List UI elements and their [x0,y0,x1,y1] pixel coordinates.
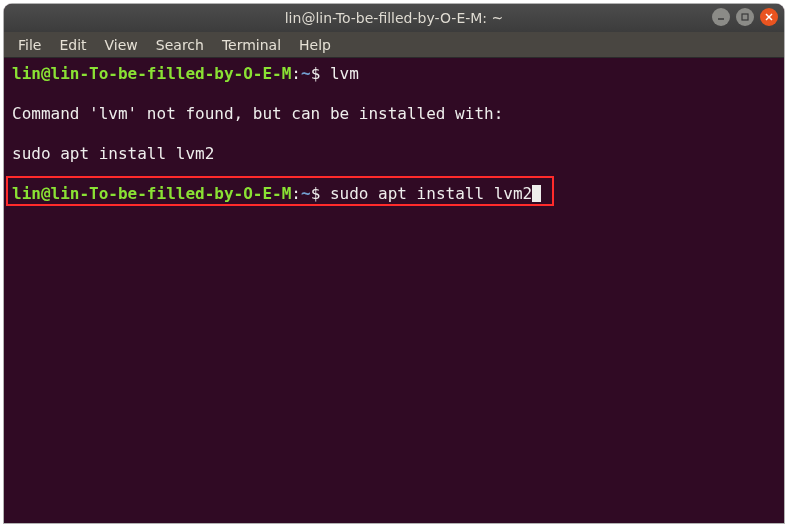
menu-help[interactable]: Help [291,35,339,55]
terminal-line-1: lin@lin-To-be-filled-by-O-E-M:~$ lvm [12,64,776,84]
close-button[interactable] [760,8,778,26]
cursor-block [532,185,541,202]
menu-file[interactable]: File [10,35,49,55]
terminal-window: lin@lin-To-be-filled-by-O-E-M: ~ File Ed… [4,4,784,523]
window-controls [712,8,778,26]
maximize-icon [740,12,750,22]
prompt-colon: : [291,184,301,203]
terminal-output-2: sudo apt install lvm2 [12,144,776,164]
command-text: sudo apt install lvm2 [320,184,532,203]
terminal-output-1: Command 'lvm' not found, but can be inst… [12,104,776,124]
minimize-icon [716,12,726,22]
terminal-blank-3 [12,164,776,184]
menubar: File Edit View Search Terminal Help [4,32,784,58]
menu-search[interactable]: Search [148,35,212,55]
prompt-path: ~ [301,64,311,83]
terminal-blank-2 [12,124,776,144]
prompt-userhost: lin@lin-To-be-filled-by-O-E-M [12,64,291,83]
menu-terminal[interactable]: Terminal [214,35,289,55]
prompt-sigil: $ [311,184,321,203]
menu-edit[interactable]: Edit [51,35,94,55]
prompt-sigil: $ [311,64,321,83]
minimize-button[interactable] [712,8,730,26]
window-title: lin@lin-To-be-filled-by-O-E-M: ~ [4,10,784,26]
terminal-area[interactable]: lin@lin-To-be-filled-by-O-E-M:~$ lvm Com… [4,58,784,523]
terminal-blank-1 [12,84,776,104]
prompt-path: ~ [301,184,311,203]
prompt-colon: : [291,64,301,83]
close-icon [764,12,774,22]
prompt-userhost: lin@lin-To-be-filled-by-O-E-M [12,184,291,203]
maximize-button[interactable] [736,8,754,26]
titlebar: lin@lin-To-be-filled-by-O-E-M: ~ [4,4,784,32]
terminal-line-2: lin@lin-To-be-filled-by-O-E-M:~$ sudo ap… [12,184,776,204]
svg-rect-1 [742,14,748,20]
menu-view[interactable]: View [97,35,146,55]
command-text: lvm [320,64,359,83]
